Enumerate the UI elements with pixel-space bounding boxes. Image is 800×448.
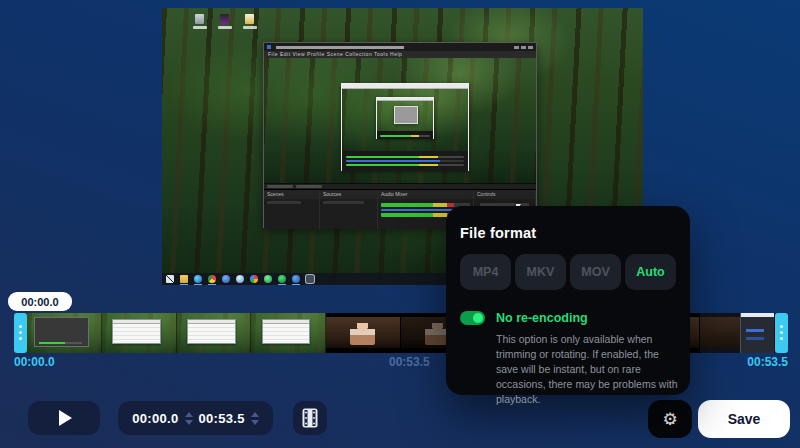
document-icon bbox=[242, 14, 257, 29]
timeline-thumbnail[interactable] bbox=[102, 313, 177, 353]
timeline-thumbnail[interactable] bbox=[251, 313, 326, 353]
trim-start-tooltip: 00:00.0 bbox=[8, 292, 72, 311]
end-time-stepper[interactable] bbox=[251, 412, 259, 425]
taskbar-app-icon bbox=[278, 275, 286, 283]
popup-title: File format bbox=[460, 225, 676, 241]
timeline-thumbnail[interactable] bbox=[177, 313, 252, 353]
play-icon bbox=[59, 410, 72, 426]
nested-capture-window-2 bbox=[376, 97, 434, 139]
no-reencoding-description: This option is only available when trimm… bbox=[496, 332, 680, 407]
captured-obs-window: File Edit View Profile Scene Collection … bbox=[263, 42, 537, 228]
trim-handle-left[interactable] bbox=[14, 313, 27, 353]
timeline-end-label: 00:53.5 bbox=[747, 355, 788, 369]
start-time-input[interactable]: 00:00.0 bbox=[132, 411, 178, 426]
media-app-icon bbox=[217, 14, 232, 29]
frame-tool-button[interactable] bbox=[293, 401, 327, 435]
obs-app-icon bbox=[267, 45, 271, 49]
format-button-group: MP4 MKV MOV Auto bbox=[460, 254, 676, 290]
timeline-duration-label: 00:53.5 bbox=[389, 355, 430, 369]
edge-browser-icon bbox=[194, 275, 202, 283]
obs-preview-canvas bbox=[264, 58, 536, 183]
format-button-auto[interactable]: Auto bbox=[625, 254, 676, 290]
windows-start-icon bbox=[166, 275, 174, 283]
start-time-stepper[interactable] bbox=[185, 412, 193, 425]
toggle-knob bbox=[473, 313, 483, 323]
obs-titlebar bbox=[264, 43, 536, 51]
file-explorer-icon bbox=[180, 275, 188, 283]
timeline-thumbnail[interactable] bbox=[326, 313, 401, 353]
save-button[interactable]: Save bbox=[698, 400, 790, 438]
taskbar-app-icon bbox=[250, 275, 258, 283]
obs-menubar: File Edit View Profile Scene Collection … bbox=[264, 51, 536, 58]
no-reencoding-label: No re-encoding bbox=[496, 311, 588, 325]
chrome-browser-icon bbox=[208, 275, 216, 283]
gear-icon: ⚙ bbox=[662, 411, 677, 428]
time-range-box: 00:00.0 00:53.5 bbox=[118, 401, 273, 435]
close-icon bbox=[528, 46, 533, 49]
minimize-icon bbox=[514, 46, 519, 49]
format-button-mov[interactable]: MOV bbox=[570, 254, 621, 290]
video-trimmer-app: File Edit View Profile Scene Collection … bbox=[0, 0, 800, 448]
maximize-icon bbox=[521, 46, 526, 49]
film-strip-icon bbox=[302, 408, 318, 428]
nested-capture-window-1 bbox=[341, 83, 469, 171]
taskbar-app-icon bbox=[264, 275, 272, 283]
end-time-input[interactable]: 00:53.5 bbox=[199, 411, 245, 426]
taskbar-app-icon bbox=[292, 275, 300, 283]
file-format-popup: File format MP4 MKV MOV Auto No re-encod… bbox=[446, 206, 690, 395]
nested-capture-window-3 bbox=[394, 106, 418, 124]
recycle-bin-icon bbox=[192, 14, 207, 29]
captured-desktop-icons bbox=[192, 14, 257, 29]
trim-handle-right[interactable] bbox=[775, 313, 788, 353]
taskbar-app-icon bbox=[222, 275, 230, 283]
format-button-mkv[interactable]: MKV bbox=[515, 254, 566, 290]
recorder-app-icon bbox=[306, 275, 314, 283]
no-reencoding-toggle[interactable] bbox=[460, 311, 485, 325]
timeline-start-label: 00:00.0 bbox=[14, 355, 55, 369]
timeline-thumbnail[interactable] bbox=[700, 313, 775, 353]
timeline-thumbnail[interactable] bbox=[27, 313, 102, 353]
obs-sources-dock: Sources bbox=[320, 190, 378, 229]
obs-scenes-dock: Scenes bbox=[264, 190, 320, 229]
format-button-mp4[interactable]: MP4 bbox=[460, 254, 511, 290]
taskbar-app-icon bbox=[236, 275, 244, 283]
play-button[interactable] bbox=[28, 401, 100, 435]
